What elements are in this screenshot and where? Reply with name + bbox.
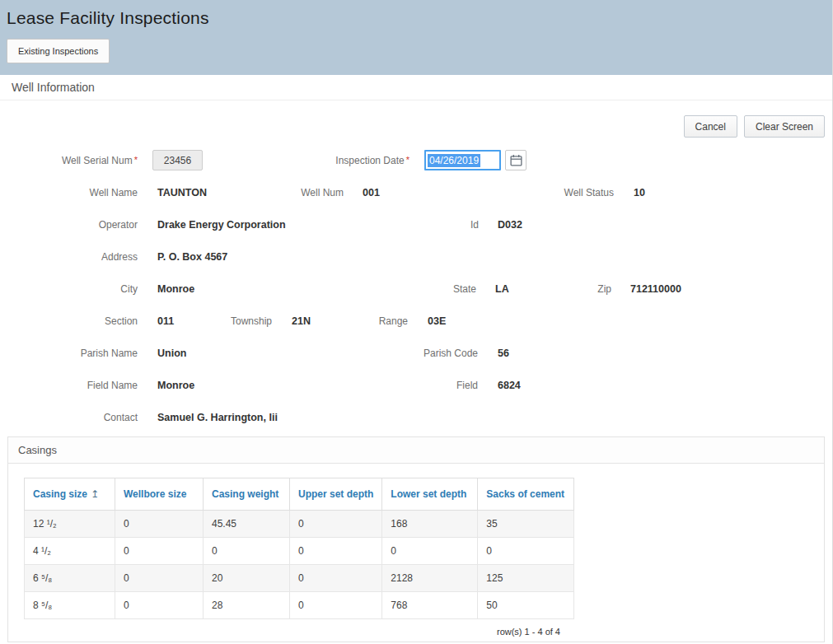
table-cell: 28 xyxy=(204,592,290,619)
column-header-wellbore-size[interactable]: Wellbore size xyxy=(115,478,204,511)
region-title-well-information: Well Information xyxy=(0,75,832,100)
table-cell: 0 xyxy=(382,538,478,565)
well-status-label: Well Status xyxy=(518,187,614,198)
field-address: Address P. O. Box 4567 xyxy=(7,240,227,273)
table-cell: 0 xyxy=(115,538,204,565)
field-zip: Zip 712110000 xyxy=(526,273,681,305)
well-name-label: Well Name xyxy=(7,187,138,198)
tab-existing-inspections[interactable]: Existing Inspections xyxy=(7,39,110,63)
region-title-casings: Casings xyxy=(8,437,824,464)
table-row: 12 ¹/₂045.45016835 xyxy=(25,511,574,538)
casings-body: Casing size↥ Wellbore size Casing weight… xyxy=(8,464,824,642)
address-value: P. O. Box 4567 xyxy=(157,251,227,263)
field-operator: Operator Drake Energy Corporation xyxy=(7,208,286,240)
id-label: Id xyxy=(395,219,479,231)
field-name-label: Field Name xyxy=(7,380,138,391)
city-value: Monroe xyxy=(157,283,194,295)
column-header-casing-size[interactable]: Casing size↥ xyxy=(25,478,115,511)
township-label: Township xyxy=(189,315,272,327)
button-toolbar: Cancel Clear Screen xyxy=(7,115,825,138)
table-cell: 0 xyxy=(290,511,382,538)
table-cell: 12 ¹/₂ xyxy=(25,511,115,538)
column-header-sacks-of-cement[interactable]: Sacks of cement xyxy=(478,478,574,511)
inspection-date-value: 04/26/2019 xyxy=(428,154,480,167)
column-header-label: Casing size xyxy=(33,488,87,500)
page-title: Lease Facility Inspections xyxy=(7,8,832,28)
table-cell: 35 xyxy=(478,511,574,538)
field-township: Township 21N xyxy=(189,305,311,337)
field-well-serial-num: Well Serial Num* xyxy=(7,144,203,176)
parish-code-label: Parish Code xyxy=(386,348,478,359)
column-header-label: Lower set depth xyxy=(391,488,466,500)
table-cell: 0 xyxy=(115,592,204,619)
form-row: Parish Name Union Parish Code 56 xyxy=(7,337,825,369)
field-parish-code: Parish Code 56 xyxy=(386,337,509,369)
required-marker: * xyxy=(406,155,409,165)
parish-name-label: Parish Name xyxy=(7,348,138,359)
table-cell: 0 xyxy=(115,511,204,538)
section-value: 011 xyxy=(157,315,174,327)
field-well-name: Well Name TAUNTON xyxy=(7,176,207,208)
section-label: Section xyxy=(7,315,138,327)
form-row: City Monroe State LA Zip 712110000 xyxy=(7,273,825,305)
casings-region: Casings Casing size↥ Wellbore size Casin… xyxy=(7,436,825,642)
parish-name-value: Union xyxy=(157,348,186,359)
clear-screen-button[interactable]: Clear Screen xyxy=(744,115,825,138)
well-name-value: TAUNTON xyxy=(157,187,207,198)
table-cell: 20 xyxy=(204,565,290,592)
range-value: 03E xyxy=(428,315,446,327)
column-header-upper-set-depth[interactable]: Upper set depth xyxy=(290,478,382,511)
contact-label: Contact xyxy=(7,412,138,423)
inspection-date-group: 04/26/2019 xyxy=(424,150,526,170)
field-field-name: Field Name Monroe xyxy=(7,369,194,401)
address-label: Address xyxy=(7,251,138,263)
id-value: D032 xyxy=(498,219,522,231)
calendar-button[interactable] xyxy=(505,150,526,170)
column-header-lower-set-depth[interactable]: Lower set depth xyxy=(382,478,478,511)
main-content: Cancel Clear Screen Well Serial Num* Ins… xyxy=(0,115,832,642)
contact-value: Samuel G. Harrington, Iii xyxy=(157,412,278,423)
field-contact: Contact Samuel G. Harrington, Iii xyxy=(7,401,278,433)
table-cell: 168 xyxy=(382,511,478,538)
column-header-casing-weight[interactable]: Casing weight xyxy=(204,478,290,511)
inspection-date-input[interactable]: 04/26/2019 xyxy=(424,150,501,170)
form-row: Address P. O. Box 4567 xyxy=(7,240,825,273)
well-serial-num-label: Well Serial Num* xyxy=(7,155,138,166)
field-city: City Monroe xyxy=(7,273,194,305)
cancel-button[interactable]: Cancel xyxy=(684,115,737,138)
field-parish-name: Parish Name Union xyxy=(7,337,186,369)
pagination-status: row(s) 1 - 4 of 4 xyxy=(24,627,572,637)
table-cell: 0 xyxy=(290,538,382,565)
table-cell: 6 ⁵/₈ xyxy=(25,565,115,592)
column-header-label: Upper set depth xyxy=(298,488,373,500)
well-information-form: Well Serial Num* Inspection Date* 04/26/… xyxy=(7,144,825,433)
form-row: Operator Drake Energy Corporation Id D03… xyxy=(7,208,825,240)
form-row: Field Name Monroe Field 6824 xyxy=(7,369,825,401)
table-row: 6 ⁵/₈02002128125 xyxy=(25,565,574,592)
city-label: City xyxy=(7,283,138,295)
table-header-row: Casing size↥ Wellbore size Casing weight… xyxy=(25,478,574,511)
table-cell: 0 xyxy=(478,538,574,565)
state-label: State xyxy=(395,283,476,295)
well-num-label: Well Num xyxy=(255,187,344,198)
parish-code-value: 56 xyxy=(498,348,509,359)
field-section: Section 011 xyxy=(7,305,174,337)
field-well-status: Well Status 10 xyxy=(518,176,645,208)
form-row: Contact Samuel G. Harrington, Iii xyxy=(7,401,825,433)
field-id: Id D032 xyxy=(395,208,522,240)
table-cell: 0 xyxy=(290,565,382,592)
zip-label: Zip xyxy=(526,283,611,295)
form-row: Section 011 Township 21N Range 03E xyxy=(7,305,825,337)
table-row: 4 ¹/₂00000 xyxy=(25,538,574,565)
table-cell: 768 xyxy=(382,592,478,619)
range-label: Range xyxy=(329,315,408,327)
inspection-date-label: Inspection Date* xyxy=(279,155,409,166)
field-field: Field 6824 xyxy=(395,369,521,401)
well-serial-num-input[interactable] xyxy=(152,150,203,170)
app-header: Lease Facility Inspections Existing Insp… xyxy=(0,0,832,75)
required-marker: * xyxy=(134,155,138,165)
column-header-label: Sacks of cement xyxy=(486,488,564,500)
table-cell: 0 xyxy=(204,538,290,565)
operator-value: Drake Energy Corporation xyxy=(157,219,286,231)
table-cell: 125 xyxy=(478,565,574,592)
